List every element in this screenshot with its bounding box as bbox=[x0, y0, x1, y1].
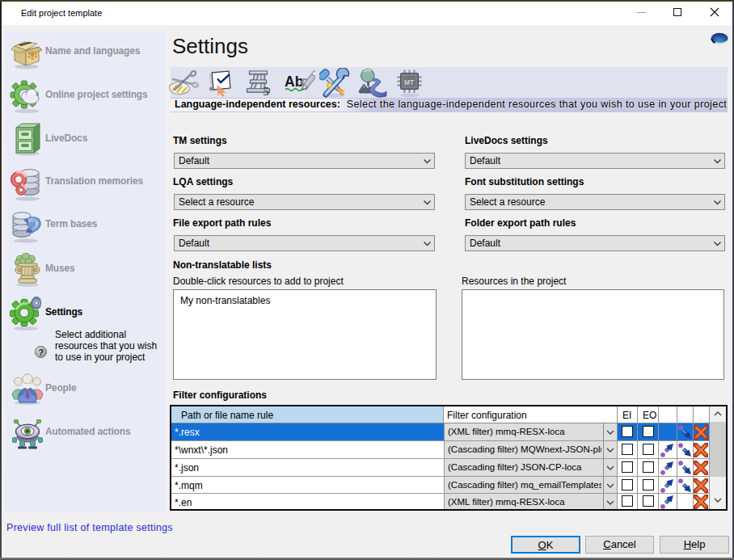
svg-text:MT: MT bbox=[404, 78, 415, 86]
svg-text:5: 5 bbox=[264, 85, 270, 97]
